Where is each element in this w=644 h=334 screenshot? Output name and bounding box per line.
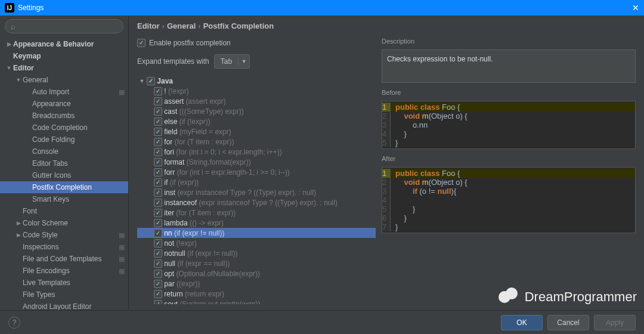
sidebar-item-postfix-completion[interactable]: Postfix Completion [0,181,128,193]
template-root-java[interactable]: ▼ Java [137,76,376,86]
template-else[interactable]: else (if (!expr)) [137,116,376,126]
template-checkbox[interactable] [154,107,162,116]
template-assert[interactable]: assert (assert expr) [137,96,376,106]
before-code: 1public class Foo {2 void m(Object o) {3… [382,101,636,149]
sidebar-item-inspections[interactable]: Inspections▦ [0,241,128,253]
template-notnull[interactable]: notnull (if (expr != null)) [137,248,376,258]
template-lambda[interactable]: lambda (() -> expr) [137,218,376,228]
sidebar-item-file-types[interactable]: File Types [0,289,128,301]
sidebar-item-color-scheme[interactable]: ▶Color Scheme [0,217,128,229]
sidebar-item-auto-import[interactable]: Auto Import▦ [0,86,128,98]
settings-sidebar: ⌕ ▶Appearance & BehaviorKeymap▼Editor▼Ge… [0,16,129,310]
sidebar-item-editor[interactable]: ▼Editor [0,62,128,74]
template-checkbox[interactable] [154,259,162,268]
template-par[interactable]: par ((expr)) [137,279,376,289]
after-code: 1public class Foo {2 void m(Object o) {3… [382,167,636,233]
sidebar-item-code-folding[interactable]: Code Folding [0,134,128,146]
template-checkbox[interactable] [154,209,162,217]
ok-button[interactable]: OK [501,315,543,330]
cancel-button[interactable]: Cancel [547,315,589,330]
template-checkbox[interactable] [154,239,162,248]
sidebar-item-font[interactable]: Font [0,205,128,217]
template-checkbox[interactable] [154,138,162,146]
help-button[interactable]: ? [8,317,20,329]
sidebar-item-smart-keys[interactable]: Smart Keys [0,193,128,205]
sidebar-item-file-and-code-templates[interactable]: File and Code Templates▦ [0,253,128,265]
sidebar-item-android-layout-editor[interactable]: Android Layout Editor [0,301,128,310]
settings-tree[interactable]: ▶Appearance & BehaviorKeymap▼Editor▼Gene… [0,37,128,310]
description-box: Checks expression to be not-null. [382,50,636,83]
sidebar-item-breadcrumbs[interactable]: Breadcrumbs [0,110,128,122]
template-not[interactable]: not (!expr) [137,238,376,248]
template-checkbox[interactable] [154,199,162,207]
window-title: Settings [18,4,44,12]
template-checkbox[interactable] [154,219,162,227]
template-checkbox[interactable] [154,229,162,237]
template-tree[interactable]: ▼ Java ! (!expr) assert (assert expr) ca… [137,76,376,304]
template-checkbox[interactable] [154,178,162,187]
sidebar-item-appearance[interactable]: Appearance [0,98,128,110]
template-format[interactable]: format (String.format(expr)) [137,157,376,167]
description-label: Description [382,38,636,45]
template-if[interactable]: if (if (expr)) [137,177,376,187]
before-label: Before [382,89,636,96]
template-checkbox[interactable] [154,249,162,258]
template-opt[interactable]: opt (Optional.ofNullable(expr)) [137,268,376,279]
template-checkbox[interactable] [154,87,162,95]
breadcrumb: Editor›General›Postfix Completion [129,16,644,36]
template-checkbox[interactable] [154,158,162,166]
chevron-down-icon: ▼ [239,58,249,64]
template-checkbox[interactable] [154,300,162,305]
enable-checkbox[interactable] [137,39,145,47]
sidebar-item-keymap[interactable]: Keymap [0,50,128,62]
template-checkbox[interactable] [154,97,162,106]
sidebar-item-live-templates[interactable]: Live Templates [0,277,128,289]
enable-label: Enable postfix completion [149,39,231,47]
template-checkbox[interactable] [154,280,162,288]
root-checkbox[interactable] [147,77,155,85]
footer: ? OK Cancel Apply [0,310,644,334]
template-cast[interactable]: cast (((SomeType) expr)) [137,106,376,116]
sidebar-item-general[interactable]: ▼General [0,74,128,86]
sidebar-item-editor-tabs[interactable]: Editor Tabs [0,157,128,169]
template-bang[interactable]: ! (!expr) [137,86,376,96]
template-field[interactable]: field (myField = expr) [137,126,376,137]
sidebar-item-code-completion[interactable]: Code Completion [0,122,128,134]
template-checkbox[interactable] [154,148,162,156]
template-checkbox[interactable] [154,188,162,197]
titlebar: IJ Settings ✕ [0,0,644,16]
template-instanceof[interactable]: instanceof (expr instanceof Type ? ((Typ… [137,197,376,208]
after-label: After [382,155,636,162]
template-null[interactable]: null (if (expr == null)) [137,258,376,268]
template-return[interactable]: return (return expr) [137,289,376,299]
template-forr[interactable]: forr (for (int i = expr.length-1; i >= 0… [137,167,376,177]
template-checkbox[interactable] [154,290,162,298]
search-icon: ⌕ [11,22,16,31]
template-for[interactable]: for (for (T item : expr)) [137,137,376,147]
template-fori[interactable]: fori (for (int i = 0; i < expr.length; i… [137,147,376,157]
close-icon[interactable]: ✕ [632,3,639,13]
sidebar-item-file-encodings[interactable]: File Encodings▦ [0,265,128,277]
apply-button[interactable]: Apply [594,315,636,330]
search-input[interactable] [5,19,123,33]
template-iter[interactable]: iter (for (T item : expr)) [137,208,376,218]
sidebar-item-appearance-behavior[interactable]: ▶Appearance & Behavior [0,38,128,50]
template-checkbox[interactable] [154,168,162,177]
template-sout[interactable]: sout (System.out.println(expr)) [137,299,376,304]
template-checkbox[interactable] [154,128,162,136]
template-inst[interactable]: inst (expr instanceof Type ? ((Type) exp… [137,187,376,197]
template-nn[interactable]: nn (if (expr != null)) [137,228,376,238]
sidebar-item-console[interactable]: Console [0,146,128,157]
expand-combo[interactable]: Tab▼ [214,54,250,69]
sidebar-item-gutter-icons[interactable]: Gutter Icons [0,169,128,181]
template-checkbox[interactable] [154,270,162,278]
app-icon: IJ [5,3,14,13]
template-checkbox[interactable] [154,117,162,126]
expand-label: Expand templates with [137,57,209,66]
sidebar-item-code-style[interactable]: ▶Code Style▦ [0,229,128,241]
